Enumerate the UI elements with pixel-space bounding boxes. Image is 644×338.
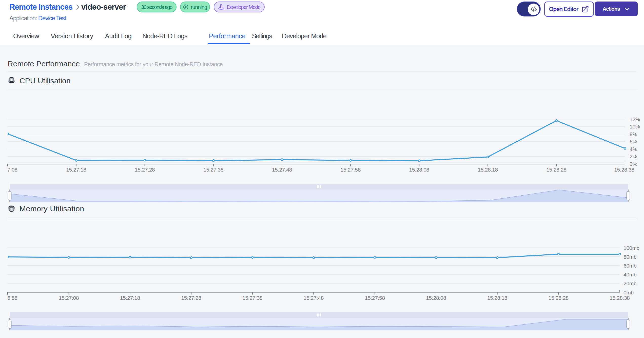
svg-text:15:27:38: 15:27:38: [242, 295, 262, 301]
svg-text:12%: 12%: [630, 116, 640, 122]
svg-text:4%: 4%: [630, 146, 637, 152]
svg-text:60mb: 60mb: [623, 263, 636, 269]
svg-text:15:27:08: 15:27:08: [59, 295, 79, 301]
svg-text:15:27:28: 15:27:28: [181, 295, 201, 301]
svg-text:6%: 6%: [630, 139, 637, 144]
svg-text:15:28:08: 15:28:08: [409, 167, 429, 173]
svg-text:15:28:28: 15:28:28: [549, 295, 569, 301]
svg-text:2%: 2%: [630, 154, 637, 159]
svg-text:15:27:18: 15:27:18: [66, 167, 86, 173]
svg-text:8%: 8%: [630, 131, 637, 137]
svg-text:15:27:48: 15:27:48: [304, 295, 324, 301]
svg-text:15:28:28: 15:28:28: [546, 167, 566, 173]
svg-text:15:28:38: 15:28:38: [614, 167, 634, 173]
svg-text:15:28:18: 15:28:18: [478, 167, 498, 173]
svg-text:40mb: 40mb: [623, 272, 636, 277]
svg-text:15:27:48: 15:27:48: [272, 167, 292, 173]
svg-text:20mb: 20mb: [623, 280, 636, 286]
svg-text:0%: 0%: [630, 161, 637, 167]
svg-text:15:27:38: 15:27:38: [203, 167, 223, 173]
svg-text:10%: 10%: [630, 124, 640, 129]
svg-text:0mb: 0mb: [623, 290, 634, 295]
svg-text:15:27:18: 15:27:18: [120, 295, 140, 301]
svg-text:80mb: 80mb: [623, 254, 636, 260]
svg-text:6:58: 6:58: [7, 295, 17, 301]
svg-text:15:27:28: 15:27:28: [135, 167, 155, 173]
svg-text:15:28:18: 15:28:18: [487, 295, 507, 301]
svg-text:100mb: 100mb: [623, 245, 639, 251]
svg-text:15:28:08: 15:28:08: [426, 295, 446, 301]
svg-text:15:27:58: 15:27:58: [365, 295, 385, 301]
svg-text:15:27:58: 15:27:58: [341, 167, 361, 173]
svg-text:15:28:38: 15:28:38: [610, 295, 630, 301]
svg-text:7:08: 7:08: [7, 167, 17, 173]
